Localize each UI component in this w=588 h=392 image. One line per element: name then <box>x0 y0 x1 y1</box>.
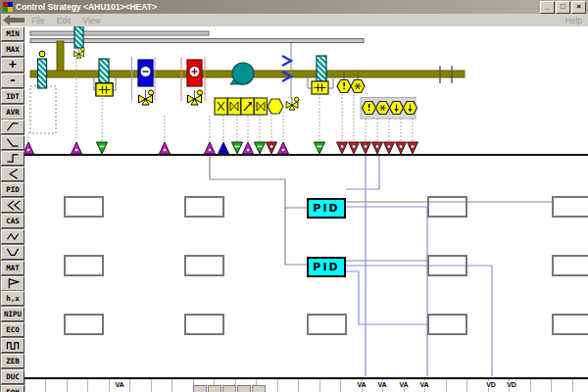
temp-sensor-hexagons[interactable]: ! <box>337 80 365 93</box>
tool-button-ramp-down-icon[interactable] <box>1 135 24 150</box>
app-icon <box>3 2 13 12</box>
strategy-canvas[interactable]: ! ! <box>24 26 588 392</box>
tool-button-flag-icon[interactable] <box>1 276 24 291</box>
ramp-up-icon <box>5 121 22 133</box>
partial-icon-box <box>237 385 251 392</box>
tool-button-mat[interactable]: MAT <box>1 261 24 275</box>
instrument-block-row[interactable] <box>215 98 283 115</box>
empty-function-block[interactable] <box>184 314 224 335</box>
cooling-coil-icon[interactable] <box>138 60 154 105</box>
tool-button-pid[interactable]: PID <box>1 182 24 197</box>
tool-button-eco[interactable]: ECO <box>1 322 24 337</box>
square-wave-icon <box>5 339 22 352</box>
tool-button-[interactable]: - <box>1 74 24 88</box>
sensor-triangle-magenta[interactable] <box>205 142 216 154</box>
sensor-triangle-red[interactable] <box>349 142 360 154</box>
sensor-triangle-red[interactable] <box>361 142 371 154</box>
tool-button-ramp-up-icon[interactable] <box>1 120 24 134</box>
menu-item-help[interactable]: Help <box>565 16 582 25</box>
sensor-row[interactable] <box>24 142 418 154</box>
tool-button-double-chevron-icon[interactable] <box>1 198 24 213</box>
io-label-vd: VD <box>485 381 497 388</box>
sensor-triangle-red[interactable] <box>408 142 418 154</box>
sensor-triangle-magenta[interactable] <box>243 142 254 154</box>
empty-function-block[interactable] <box>427 196 467 218</box>
less-than-icon <box>5 168 22 180</box>
tool-button-cas[interactable]: CAS <box>1 214 24 228</box>
tool-button-zeb[interactable]: ZEB <box>1 354 24 368</box>
heating-coil-icon[interactable] <box>187 60 203 105</box>
sensor-triangle-green[interactable] <box>255 142 266 154</box>
triangle-wave-icon <box>5 230 22 243</box>
empty-function-block[interactable] <box>184 255 224 276</box>
empty-function-block[interactable] <box>427 314 467 335</box>
sensor-triangle-red[interactable] <box>384 142 395 154</box>
empty-function-block[interactable] <box>64 314 104 335</box>
menu-bar: FileEditView Help <box>1 14 588 27</box>
sensor-triangle-red[interactable] <box>372 142 383 154</box>
tool-button-valley-wave-icon[interactable] <box>1 245 24 260</box>
dashed-selection-box <box>30 86 56 133</box>
empty-function-block[interactable] <box>64 255 104 276</box>
setpoint-hexagon-panel[interactable]: ! <box>361 98 417 120</box>
tool-button-idt[interactable]: IDT <box>1 89 24 104</box>
ramp-down-icon <box>5 136 22 149</box>
empty-function-block[interactable] <box>552 255 588 276</box>
tool-button-triangle-wave-icon[interactable] <box>1 229 24 244</box>
io-label-va: VA <box>356 381 367 388</box>
empty-function-block[interactable] <box>64 196 104 218</box>
preheat-coil-icon[interactable] <box>38 51 47 88</box>
empty-function-block[interactable] <box>184 196 224 218</box>
tool-button-nipu[interactable]: NIPU <box>1 307 24 321</box>
tool-button-eoh[interactable]: EOH <box>1 385 24 392</box>
menu-item-view[interactable]: View <box>82 16 100 25</box>
double-chevron-icon <box>5 199 22 212</box>
sensor-triangle-green[interactable] <box>232 142 243 154</box>
sensor-triangle-magenta[interactable] <box>72 142 82 154</box>
restore-button[interactable]: □ <box>556 1 570 14</box>
minimize-button[interactable]: _ <box>540 1 555 14</box>
tool-button-[interactable]: + <box>1 58 24 73</box>
sensor-triangle-blue[interactable] <box>219 142 229 154</box>
sensor-triangle-magenta[interactable] <box>160 142 171 154</box>
empty-function-block[interactable] <box>552 314 588 335</box>
empty-function-block[interactable] <box>552 196 588 218</box>
sensor-triangle-magenta[interactable] <box>24 142 34 154</box>
io-terminal-strip[interactable]: VAVAVAVAVAVDVD <box>24 377 588 392</box>
flag-icon <box>5 277 22 290</box>
menu-item-edit[interactable]: Edit <box>57 16 72 25</box>
sensor-triangle-red[interactable] <box>396 142 407 154</box>
tool-button-step-icon[interactable] <box>1 151 24 166</box>
empty-function-block[interactable] <box>307 314 347 335</box>
io-label-va: VA <box>398 381 409 388</box>
supply-fan-icon[interactable] <box>230 63 254 84</box>
empty-function-block[interactable] <box>427 255 467 276</box>
sensor-triangle-red[interactable] <box>267 142 277 154</box>
step-icon <box>5 152 22 165</box>
close-button[interactable]: × <box>571 1 586 14</box>
tool-button-duc[interactable]: DUC <box>1 369 24 384</box>
duct-damper-icon[interactable] <box>74 26 85 58</box>
tool-button-square-wave-icon[interactable] <box>1 338 24 353</box>
io-label-va: VA <box>114 381 124 388</box>
tool-palette: MINMAX+-IDTAVRPIDCASMATh,xNIPUECOZEBDUCE… <box>1 26 24 392</box>
tool-button-hx[interactable]: h,x <box>1 291 24 306</box>
window-title: Control Strategy <AHU101><HEAT> <box>16 2 540 12</box>
tool-button-avr[interactable]: AVR <box>1 105 24 120</box>
sensor-triangle-green[interactable] <box>315 142 325 154</box>
gray-wires <box>210 156 552 265</box>
pid-block-2[interactable]: PID <box>307 257 346 277</box>
sensor-triangle-green[interactable] <box>97 142 108 154</box>
partial-icon-box <box>222 385 236 392</box>
sensor-triangle-red[interactable] <box>337 142 348 154</box>
tool-button-max[interactable]: MAX <box>1 42 24 57</box>
back-arrow-icon[interactable] <box>3 15 25 25</box>
pid-block-1[interactable]: PID <box>307 198 346 219</box>
menu-item-file[interactable]: File <box>31 16 45 25</box>
mid-valve-icon[interactable] <box>286 97 299 110</box>
tool-button-min[interactable]: MIN <box>1 26 24 41</box>
partial-icon-box <box>208 385 221 392</box>
tool-button-less-than-icon[interactable] <box>1 167 24 181</box>
sensor-triangle-magenta[interactable] <box>278 142 289 154</box>
svg-text:!: ! <box>342 81 346 91</box>
